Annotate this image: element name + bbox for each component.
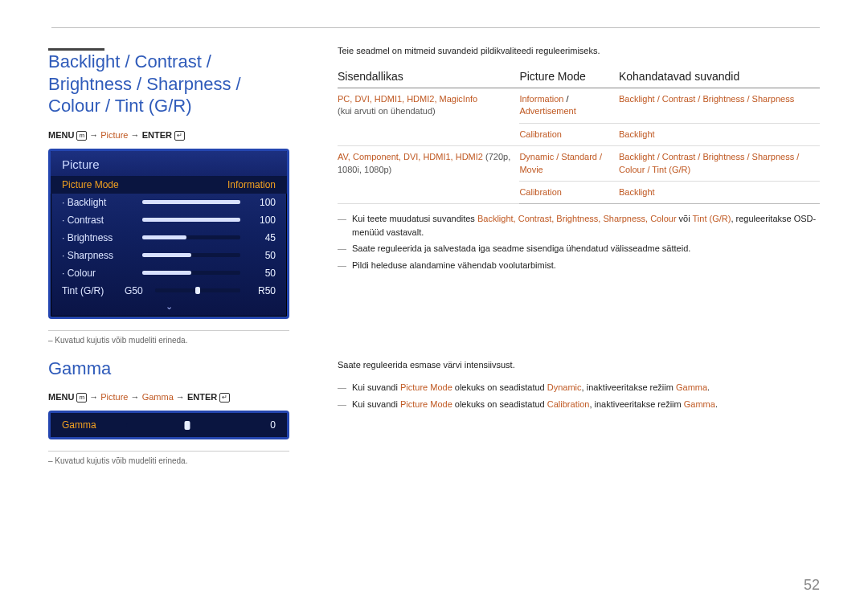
path-enter-kw: ENTER (142, 130, 172, 140)
slider-bar[interactable] (142, 235, 240, 239)
manual-page: Backlight / Contrast / Brightness / Shar… (0, 0, 868, 613)
path-enter-kw: ENTER (187, 392, 217, 402)
menu-path-gamma: MENU m → Picture → Gamma → ENTER ↵ (48, 392, 289, 403)
gamma-notes-list: Kui suvandi Picture Mode olekuks on sead… (338, 381, 820, 411)
osd-item-value: 50 (247, 268, 276, 279)
slider-bar[interactable] (142, 218, 240, 222)
osd-item-label: Contrast (62, 215, 136, 226)
osd-item-value: 100 (247, 197, 276, 208)
mode: Dynamic / Standard / Movie (519, 152, 602, 174)
osd-header-row[interactable]: Picture Mode Information (51, 176, 287, 194)
table-row: PC, DVI, HDMI1, HDMI2, MagicInfo (kui ar… (338, 88, 820, 124)
osd-item-value: 100 (247, 215, 276, 226)
mode: Calibration (519, 187, 562, 197)
osd-item-brightness[interactable]: Brightness 45 (51, 229, 287, 247)
osd-item-label: Brightness (62, 232, 136, 243)
osd-item-contrast[interactable]: Contrast 100 (51, 211, 287, 229)
path-picture: Picture (100, 130, 128, 140)
path-gamma: Gamma (142, 392, 174, 402)
osd-title: Picture (51, 151, 287, 176)
source-list: PC, DVI, HDMI1, HDMI2, MagicInfo (338, 94, 477, 104)
enter-icon: ↵ (174, 131, 185, 141)
header-accent (48, 48, 104, 51)
note-item: Pildi heleduse alandamine vähendab voolu… (338, 259, 820, 272)
path-menu-kw: MENU (48, 130, 74, 140)
chevron-down-icon[interactable]: ⌄ (51, 300, 287, 317)
osd-picture-menu: Picture Picture Mode Information Backlig… (48, 149, 289, 319)
slider-bar[interactable] (142, 200, 240, 204)
spec-table: Sisendallikas Picture Mode Kohandatavad … (338, 67, 820, 204)
divider (48, 330, 289, 331)
right-column: Teie seadmel on mitmeid suvandeid pildik… (338, 46, 820, 478)
source-list: AV, Component, DVI, HDMI1, HDMI2 (338, 152, 483, 161)
note-item: Kui suvandi Picture Mode olekuks on sead… (338, 381, 820, 394)
note-item: Saate reguleerida ja salvestada iga sead… (338, 242, 820, 255)
osd-item-tint[interactable]: Tint (G/R) G50 R50 (51, 282, 287, 300)
path-picture: Picture (100, 392, 128, 402)
osd-item-gamma[interactable]: Gamma 0 (51, 413, 287, 437)
gamma-description: Saate reguleerida esmase värvi intensiiv… (338, 360, 820, 411)
enter-icon: ↵ (219, 393, 230, 403)
osd-item-label: Colour (62, 268, 136, 279)
tint-left-value: G50 (125, 285, 149, 296)
header-rule (51, 27, 820, 28)
menu-icon: m (76, 131, 87, 141)
page-number: 52 (804, 577, 820, 594)
intro-text: Teie seadmel on mitmeid suvandeid pildik… (338, 46, 820, 55)
options-list: Backlight / Contrast / Brightness / Shar… (619, 94, 794, 104)
osd-gamma-menu: Gamma 0 (48, 411, 289, 439)
options-list: Backlight (619, 129, 655, 139)
path-menu-kw: MENU (48, 392, 74, 402)
osd-item-label: Backlight (62, 197, 136, 208)
osd-item-label: Sharpness (62, 250, 136, 261)
mode: Calibration (519, 129, 562, 139)
footnote-picture: Kuvatud kujutis võib mudeliti erineda. (48, 336, 289, 345)
slider-bar[interactable] (142, 271, 240, 275)
table-row: AV, Component, DVI, HDMI1, HDMI2 (720p, … (338, 146, 820, 182)
tint-slider[interactable] (155, 288, 240, 292)
gamma-intro: Saate reguleerida esmase värvi intensiiv… (338, 360, 820, 370)
col-header-source: Sisendallikas (338, 67, 519, 88)
col-header-options: Kohandatavad suvandid (619, 67, 820, 88)
osd-item-value: 50 (247, 250, 276, 261)
slider-bar[interactable] (126, 423, 248, 427)
osd-item-sharpness[interactable]: Sharpness 50 (51, 247, 287, 264)
source-sub: (kui arvuti on ühendatud) (338, 106, 436, 116)
mode-b: Advertisement (519, 106, 575, 116)
notes-list: Kui teete muudatusi suvandites Backlight… (338, 212, 820, 272)
options-list: Backlight / Contrast / Brightness / Shar… (619, 152, 799, 174)
menu-icon: m (76, 393, 87, 403)
section-title-gamma: Gamma (48, 358, 289, 380)
left-column: Backlight / Contrast / Brightness / Shar… (48, 46, 289, 478)
osd-item-value: 0 (256, 419, 276, 431)
options-list: Backlight (619, 187, 655, 197)
divider (48, 451, 289, 452)
note-item: Kui teete muudatusi suvandites Backlight… (338, 212, 820, 239)
col-header-picture-mode: Picture Mode (519, 67, 619, 88)
osd-item-value: 45 (247, 232, 276, 243)
slider-bar[interactable] (142, 253, 240, 257)
osd-item-label: Gamma (62, 419, 118, 431)
menu-path-picture: MENU m → Picture → ENTER ↵ (48, 130, 289, 141)
osd-item-backlight[interactable]: Backlight 100 (51, 194, 287, 211)
tint-right-value: R50 (247, 285, 276, 296)
note-item: Kui suvandi Picture Mode olekuks on sead… (338, 398, 820, 411)
osd-picture-mode-value: Information (227, 179, 276, 190)
osd-item-label: Tint (G/R) (62, 285, 118, 296)
mode-a: Information (519, 94, 563, 104)
osd-item-colour[interactable]: Colour 50 (51, 264, 287, 282)
section-title-picture: Backlight / Contrast / Brightness / Shar… (48, 51, 289, 117)
osd-picture-mode-label: Picture Mode (62, 179, 119, 190)
footnote-gamma: Kuvatud kujutis võib mudeliti erineda. (48, 456, 289, 465)
